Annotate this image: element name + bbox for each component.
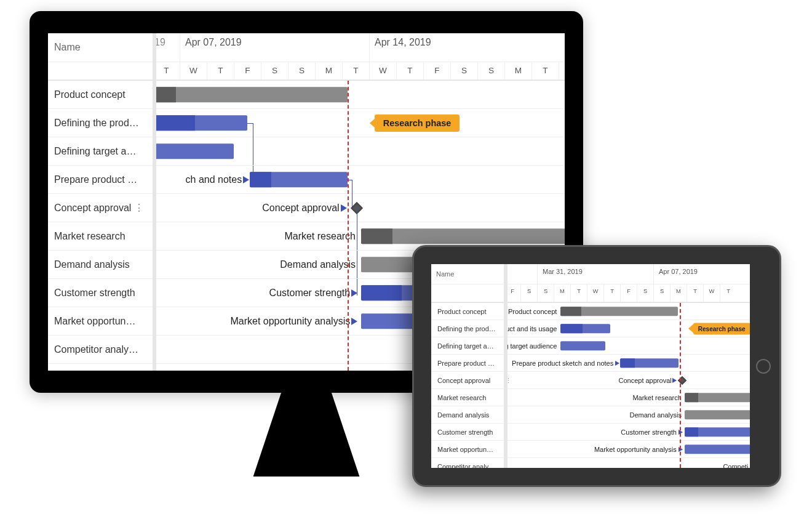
task-name: Prepare product … <box>48 174 153 185</box>
day-cell: M <box>554 284 570 302</box>
task-name: Competitor analy… <box>431 463 504 469</box>
bar-label-left: uct and its usage <box>506 325 557 332</box>
day-cell: T <box>570 284 587 302</box>
day-cell: W <box>180 62 207 79</box>
task-bar[interactable] <box>685 393 750 402</box>
day-cell: T <box>396 62 423 79</box>
column-splitter[interactable] <box>504 264 507 468</box>
monitor-stand <box>251 390 362 477</box>
task-bar[interactable] <box>153 143 234 159</box>
task-row[interactable]: Market opportun… Market opportunity anal… <box>431 441 750 458</box>
day-cell: W <box>703 284 720 302</box>
tooltip-research-phase: Research phase <box>693 323 750 334</box>
dependency-arrow-icon <box>341 204 347 212</box>
task-bar[interactable] <box>685 410 750 419</box>
tooltip-research-phase: Research phase <box>375 115 460 132</box>
dependency-arrow-icon <box>672 378 677 383</box>
name-column-header[interactable]: Name <box>48 33 153 62</box>
day-cell: S <box>520 284 537 302</box>
task-row[interactable]: Concept approval ⋮ Concept approval <box>431 372 750 389</box>
task-name: Defining the prod… <box>431 325 504 332</box>
task-row-concept-approval[interactable]: Concept approval ⋮ Concept approval <box>48 194 565 222</box>
task-row[interactable]: Customer strength Customer strength <box>431 424 750 441</box>
day-cell: W <box>587 284 603 302</box>
task-name: Demand analysis <box>48 259 153 270</box>
task-row[interactable]: Defining target a… g target audience <box>431 337 750 355</box>
bar-label-left: Demand analysis <box>280 259 356 270</box>
day-cell: T <box>153 62 180 79</box>
tablet-home-button[interactable] <box>756 359 771 374</box>
day-cell: F <box>620 284 637 302</box>
task-bar[interactable] <box>250 172 347 187</box>
timeline-weeks: Mar 31, 2019 Apr 07, 2019 <box>504 264 750 284</box>
column-splitter[interactable] <box>153 33 156 371</box>
day-cell: T <box>207 62 234 79</box>
task-name: Demand analysis <box>431 411 504 419</box>
task-name: Customer strength <box>431 428 504 436</box>
dependency-arrow-icon <box>351 318 357 325</box>
task-row[interactable]: Prepare product … Prepare product sketch… <box>431 355 750 372</box>
tablet-frame: Name Mar 31, 2019 Apr 07, 2019 F S S M T <box>412 245 781 487</box>
name-column-header[interactable]: Name <box>431 264 504 284</box>
task-row[interactable]: Defining the prod… uct and its usage Res… <box>431 320 750 337</box>
dependency-arrow-icon <box>351 289 357 297</box>
task-name: Prepare product … <box>431 360 504 367</box>
gantt-header: Name Mar 31, 2019 Apr 07, 2019 F S S M T <box>431 264 750 303</box>
task-row-defining-product[interactable]: Defining the prod… Research phase <box>48 109 565 137</box>
gantt-header: Name 19 Apr 07, 2019 Apr 14, 2019 T W T … <box>48 33 565 81</box>
task-bar[interactable] <box>620 358 679 368</box>
day-cell: F <box>423 62 450 79</box>
task-bar[interactable] <box>560 324 610 333</box>
week-label-0: Mar 31, 2019 <box>537 264 653 284</box>
bar-label-left: Market research <box>632 394 681 401</box>
day-cell: T <box>687 284 703 302</box>
task-row-product-concept[interactable]: Product concept <box>48 81 565 109</box>
task-bar[interactable] <box>560 341 605 350</box>
gantt-body[interactable]: Product concept Product concept Defining… <box>431 303 750 468</box>
milestone-diamond-icon[interactable] <box>351 202 363 214</box>
bar-label-left: Product concept <box>508 308 557 315</box>
week-label-1: Apr 07, 2019 <box>653 264 750 284</box>
gantt-chart-tablet[interactable]: Name Mar 31, 2019 Apr 07, 2019 F S S M T <box>431 264 750 468</box>
day-cell: T <box>720 284 736 302</box>
task-name: Customer strength <box>48 288 153 299</box>
task-bar[interactable] <box>153 87 348 102</box>
bar-label-left: Market opportunity analysis <box>594 446 677 453</box>
more-icon[interactable]: ⋮ <box>134 202 143 214</box>
day-cell: T <box>603 284 620 302</box>
task-name: Defining the prod… <box>48 118 153 129</box>
day-cell: S <box>477 62 504 79</box>
day-cell: T <box>342 62 369 79</box>
task-bar[interactable] <box>560 307 679 316</box>
task-row-prepare-product[interactable]: Prepare product … ch and notes <box>48 166 565 194</box>
name-column-spacer <box>431 284 504 302</box>
day-cell: S <box>537 284 554 302</box>
day-cell: M <box>670 284 687 302</box>
bar-label-left: Prepare product sketch and notes <box>512 360 613 367</box>
task-bar[interactable] <box>361 228 565 244</box>
dependency-arrow-icon <box>615 361 619 366</box>
task-name: Defining target a… <box>48 146 153 157</box>
task-bar[interactable] <box>685 445 750 454</box>
task-name: Market research <box>431 394 504 401</box>
task-row[interactable]: Competitor analy… Competi <box>431 458 750 468</box>
day-cell: W <box>559 62 565 79</box>
timeline-days: F S S M T W T F S S M T W T <box>504 284 750 302</box>
bar-label-left: Competi <box>723 463 748 469</box>
day-cell: S <box>653 284 670 302</box>
task-row[interactable]: Product concept Product concept <box>431 303 750 320</box>
bar-label-left: Demand analysis <box>630 411 682 419</box>
dependency-arrow-icon <box>243 176 249 183</box>
task-row-defining-target[interactable]: Defining target a… <box>48 137 565 166</box>
task-row[interactable]: Market research Market research <box>431 389 750 406</box>
task-bar[interactable] <box>685 427 750 436</box>
tablet-screen: Name Mar 31, 2019 Apr 07, 2019 F S S M T <box>431 264 750 468</box>
task-row[interactable]: Demand analysis Demand analysis <box>431 406 750 424</box>
bar-label-left: Customer strength <box>269 288 351 299</box>
day-cell: M <box>504 62 531 79</box>
timeline-weeks: 19 Apr 07, 2019 Apr 14, 2019 <box>153 33 565 62</box>
task-bar[interactable] <box>153 115 247 131</box>
bar-label-left: ch and notes <box>186 174 242 185</box>
task-name: Concept approval ⋮ <box>48 202 153 214</box>
timeline-days: T W T F S S M T W T F S S M T <box>153 62 565 79</box>
